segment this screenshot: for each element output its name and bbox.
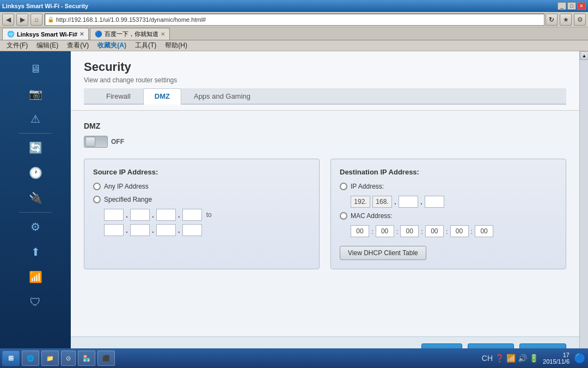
security-icon: 🛡 [30, 296, 41, 309]
connectivity-icon: 🔌 [29, 191, 42, 204]
cmd-icon: ⬛ [102, 355, 110, 362]
home-button[interactable]: ⌂ [30, 14, 42, 26]
close-button[interactable]: ✕ [577, 2, 586, 10]
dot4: . [126, 226, 128, 234]
any-ip-radio[interactable] [93, 183, 101, 190]
menu-bar: 文件(F) 编辑(E) 查看(V) 收藏夹(A) 工具(T) 帮助(H) [0, 40, 588, 51]
media-icon: 📷 [29, 87, 42, 100]
alerts-icon: ⚠ [30, 112, 40, 125]
menu-view[interactable]: 查看(V) [63, 40, 93, 51]
tab-firewall[interactable]: Firewall [95, 88, 142, 104]
dest-ip-oct2[interactable]: 168. [372, 196, 392, 208]
mac-oct4[interactable]: 00 [425, 225, 444, 237]
range-from-oct3[interactable] [156, 209, 176, 221]
menu-edit[interactable]: 编辑(E) [32, 40, 63, 51]
taskbar-item-cmd[interactable]: ⬛ [97, 351, 115, 366]
tools-button[interactable]: ⚙ [574, 14, 586, 26]
sidebar-item-alerts[interactable]: ⚠ [11, 107, 60, 131]
tab-dmz[interactable]: DMZ [143, 88, 181, 105]
dmz-toggle[interactable] [84, 136, 108, 148]
range-from-oct1[interactable] [104, 209, 124, 221]
ie-icon: 🌐 [27, 355, 34, 362]
mac-colon1: : [371, 227, 373, 236]
sidebar-item-connectivity[interactable]: 🔌 [11, 186, 60, 210]
browser-tab-baidu[interactable]: 🔵 百度一下，你就知道 ✕ [90, 28, 170, 40]
maximize-button[interactable]: □ [567, 2, 576, 10]
any-ip-option[interactable]: Any IP Address [93, 183, 310, 190]
sidebar-item-security[interactable]: 🛡 [11, 290, 60, 314]
nav-bar: ◀ ▶ ⌂ 🔒 http://192.168.1.1/ui/1.0.99.153… [0, 12, 588, 27]
folder-icon: 📁 [46, 355, 54, 362]
dhcp-client-table-button[interactable]: View DHCP Client Table [340, 246, 426, 260]
sidebar-item-time[interactable]: 🕐 [11, 161, 60, 185]
scrollbar-right[interactable]: ▲ ▼ [579, 51, 588, 368]
specified-range-radio[interactable] [93, 196, 101, 203]
sidebar-item-update[interactable]: ⬆ [11, 240, 60, 264]
mac-oct5[interactable]: 00 [450, 225, 469, 237]
mac-oct2[interactable]: 00 [376, 225, 394, 237]
toggle-container: OFF [84, 136, 566, 148]
sidebar-divider2 [19, 212, 52, 213]
dest-ip-oct3[interactable] [399, 196, 418, 208]
sidebar-item-settings[interactable]: ⚙ [11, 215, 60, 239]
page-title: Security [84, 60, 566, 74]
dest-ip-oct1[interactable]: 192. [351, 196, 370, 208]
address-bar[interactable]: 🔒 http://192.168.1.1/ui/1.0.99.153731/dy… [45, 14, 544, 26]
dest-ip-section: Destination IP Address: IP Address: 192. [330, 159, 566, 269]
dashboard-icon: 🖥 [30, 63, 41, 75]
specified-range-option[interactable]: Specified Range [93, 196, 310, 203]
menu-favorites[interactable]: 收藏夹(A) [93, 40, 131, 51]
content-area: Security View and change router settings… [71, 51, 579, 368]
dot1: . [126, 210, 128, 219]
mac-address-option[interactable]: MAC Address: [340, 212, 557, 220]
dest-dot1: . [394, 197, 396, 206]
window-title: Linksys Smart Wi-Fi - Security [2, 3, 88, 9]
mac-address-radio[interactable] [340, 212, 347, 220]
taskbar-item-ie[interactable]: 🌐 [22, 351, 39, 366]
time-icon: 🕐 [29, 166, 42, 179]
menu-help[interactable]: 帮助(H) [161, 40, 192, 51]
range-to-oct1[interactable] [104, 224, 124, 236]
back-button[interactable]: ◀ [2, 14, 14, 26]
menu-file[interactable]: 文件(F) [2, 40, 32, 51]
mac-oct1[interactable]: 00 [351, 225, 369, 237]
sidebar-divider1 [19, 133, 52, 134]
ip-address-option[interactable]: IP Address: [340, 183, 557, 190]
mac-input-row: 00 : 00 : 00 : 00 : 00 : 00 [351, 225, 557, 237]
range-to-oct3[interactable] [156, 224, 176, 236]
favorites-button[interactable]: ★ [560, 14, 572, 26]
tab-close-icon[interactable]: ✕ [79, 31, 84, 37]
store-icon: 🏪 [83, 355, 90, 362]
range-from-oct4[interactable] [182, 209, 202, 221]
mac-oct6[interactable]: 00 [475, 225, 493, 237]
refresh-button[interactable]: ↻ [546, 14, 558, 26]
menu-tools[interactable]: 工具(T) [131, 40, 161, 51]
scroll-up-button[interactable]: ▲ [580, 51, 588, 60]
range-to-oct2[interactable] [130, 224, 150, 236]
source-ip-section: Source IP Address: Any IP Address Specif… [84, 159, 320, 269]
range-to-oct4[interactable] [182, 224, 202, 236]
dest-ip-oct4[interactable] [425, 196, 444, 208]
range-from-oct2[interactable] [130, 209, 150, 221]
start-button[interactable]: ⊞ [2, 351, 20, 366]
forward-button[interactable]: ▶ [16, 14, 28, 26]
tray-brand-icon: 🔵 [574, 352, 586, 364]
taskbar-item-store[interactable]: 🏪 [78, 351, 95, 366]
range-to-row: . . . [104, 224, 310, 236]
tab-close-icon2[interactable]: ✕ [161, 31, 165, 37]
dest-ip-title: Destination IP Address: [340, 168, 557, 176]
sidebar-item-wifi[interactable]: 📶 [11, 265, 60, 289]
taskbar-item-folder[interactable]: 📁 [41, 351, 59, 366]
tab-apps-gaming[interactable]: Apps and Gaming [182, 88, 262, 104]
mac-oct3[interactable]: 00 [400, 225, 419, 237]
ip-address-radio[interactable] [340, 183, 347, 190]
taskbar-time: 17 2015/11/6 [543, 352, 569, 365]
sidebar-item-refresh[interactable]: 🔄 [11, 136, 60, 160]
taskbar-item-chrome[interactable]: ⊙ [61, 351, 76, 366]
sidebar-item-media[interactable]: 📷 [11, 82, 60, 106]
browser-tab-linksys[interactable]: 🌐 Linksys Smart Wi-Fi# ✕ [2, 28, 89, 40]
sidebar-item-dashboard[interactable]: 🖥 [11, 57, 60, 81]
ip-address-label: IP Address: [351, 183, 384, 190]
scroll-track[interactable] [580, 60, 588, 359]
minimize-button[interactable]: _ [558, 2, 566, 10]
